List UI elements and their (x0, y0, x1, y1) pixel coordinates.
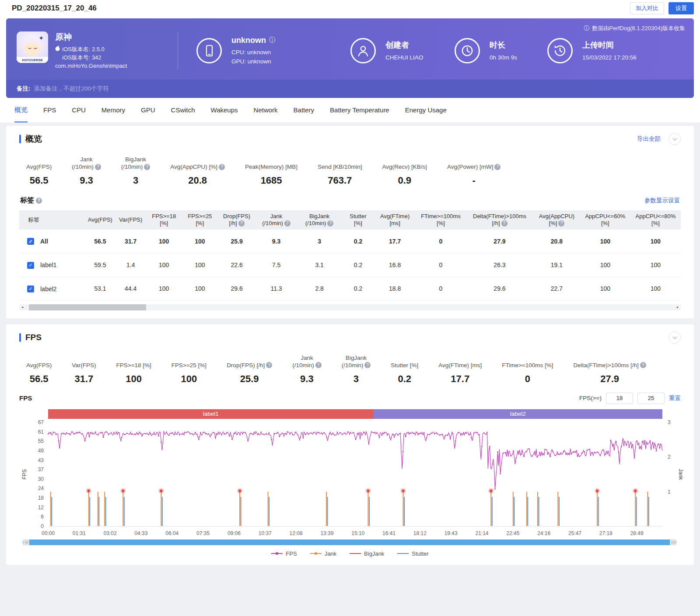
fps-metric-7: Stutter [%]0.2 (391, 352, 418, 385)
export-all-link[interactable]: 导出全部 (637, 135, 661, 143)
apple-icon (55, 45, 60, 53)
tab-Wakeups[interactable]: Wakeups (211, 98, 238, 122)
fps-metric-9: FTime>=100ms [%]0 (502, 352, 553, 385)
overview-metric-value-3: 20.8 (170, 175, 225, 186)
svg-text:3: 3 (668, 419, 671, 425)
tags-help-icon[interactable]: ? (36, 198, 42, 204)
help-icon[interactable]: ? (266, 362, 272, 368)
fps-metric-value-3: 100 (172, 373, 206, 385)
page: PD_20220315_17_20_46 加入对比 设置 ⓘ 数据由PerfDo… (0, 0, 700, 565)
scroll-thumb[interactable] (29, 304, 146, 310)
scroll-left-icon[interactable]: ◂ (19, 304, 25, 310)
param-display-settings-link[interactable]: 参数显示设置 (644, 197, 680, 205)
collapse-fps-button[interactable] (668, 331, 681, 344)
cell-All-7: 0.2 (342, 230, 374, 253)
table-row-label2: ✓label253.144.410010029.611.32.80.218.80… (19, 277, 681, 300)
help-icon[interactable]: ? (494, 164, 500, 170)
svg-text:43: 43 (38, 457, 44, 463)
band-label2: label2 (374, 409, 662, 419)
help-icon[interactable]: ? (327, 220, 333, 226)
tab-Memory[interactable]: Memory (102, 98, 125, 122)
tab-CPU[interactable]: CPU (72, 98, 86, 122)
upload-label: 上传时间 (582, 40, 637, 50)
cell-label2-6: 2.8 (297, 277, 342, 300)
col-header-9: Avg(FTime)[ms] (374, 210, 416, 230)
row-checkbox-label1[interactable]: ✓ (27, 262, 34, 269)
remark-input[interactable]: 添加备注，不超过200个字符 (34, 85, 109, 93)
tab-FPS[interactable]: FPS (43, 98, 56, 122)
range-handle-left[interactable] (23, 539, 29, 545)
help-icon[interactable]: ? (144, 164, 150, 170)
fps-metric-4: Drop(FPS) [/h]?25.9 (227, 352, 272, 385)
reset-link[interactable]: 重置 (669, 394, 681, 402)
help-icon[interactable]: ? (315, 362, 322, 368)
svg-text:28:49: 28:49 (630, 530, 644, 536)
cell-label1-9: 0 (416, 253, 466, 277)
svg-text:55: 55 (38, 438, 44, 444)
cell-All-10: 27.9 (466, 230, 533, 253)
cell-All-2: 100 (146, 230, 182, 253)
tab-CSwitch[interactable]: CSwitch (171, 98, 195, 122)
help-icon[interactable]: ? (558, 220, 564, 226)
svg-text:24: 24 (38, 485, 44, 491)
chart-range-scrollbar[interactable] (23, 539, 676, 545)
cell-label2-0: 53.1 (85, 277, 116, 300)
table-h-scrollbar[interactable]: ◂ ▸ (19, 304, 681, 310)
collect-info-text: 数据由PerfDog(6.1.220304)版本收集 (592, 24, 685, 32)
svg-text:24:16: 24:16 (537, 530, 550, 536)
svg-text:61: 61 (38, 429, 44, 435)
settings-button[interactable]: 设置 (668, 2, 694, 14)
fps-metric-2: FPS>=18 [%]100 (116, 352, 151, 385)
legend-Stutter[interactable]: Stutter (397, 550, 428, 557)
row-label: All (40, 238, 48, 245)
help-icon[interactable]: ? (95, 164, 101, 170)
overview-card: 概览 导出全部 Avg(FPS)56.5Jank(/10min)?9.3BigJ… (6, 126, 694, 318)
app-ios-build: iOS版本号: 342 (55, 53, 127, 62)
cell-label1-3: 100 (182, 253, 218, 277)
col-header-7: BigJank(/10min)? (297, 210, 342, 230)
section-accent-bar (19, 135, 21, 143)
help-icon[interactable]: ? (238, 220, 245, 226)
overview-metric-7: Avg(Power) [mW]?- (447, 154, 501, 186)
cell-label2-2: 100 (146, 277, 182, 300)
fps-threshold-min-input[interactable] (606, 393, 633, 404)
help-icon[interactable]: ? (364, 362, 371, 368)
app-ios-version-name: iOS版本名: 2.5.0 (62, 45, 105, 53)
compare-button[interactable]: 加入对比 (630, 2, 664, 14)
legend-Jank[interactable]: Jank (310, 550, 336, 557)
col-header-11: Delta(FTime)>100ms[/h]? (466, 210, 533, 230)
cell-All-11: 20.8 (533, 230, 580, 253)
legend-FPS[interactable]: FPS (271, 550, 297, 557)
svg-text:25:47: 25:47 (568, 530, 581, 536)
tab-概览[interactable]: 概览 (14, 98, 28, 122)
fps-threshold-max-input[interactable] (637, 393, 665, 404)
tab-Network[interactable]: Network (254, 98, 278, 122)
tab-Battery[interactable]: Battery (294, 98, 315, 122)
help-icon[interactable]: ? (219, 164, 225, 170)
help-icon[interactable]: ? (284, 220, 290, 226)
row-checkbox-All[interactable]: ✓ (27, 238, 34, 245)
help-icon[interactable]: ? (640, 362, 646, 368)
help-icon[interactable]: ? (501, 220, 508, 226)
cell-label1-6: 3.1 (297, 253, 342, 277)
svg-text:22:45: 22:45 (506, 530, 519, 536)
collapse-overview-button[interactable] (668, 133, 681, 145)
tab-GPU[interactable]: GPU (141, 98, 155, 122)
fps-metric-0: Avg(FPS)56.5 (26, 352, 52, 385)
cell-All-9: 0 (416, 230, 466, 253)
cell-label1-1: 1.4 (116, 253, 146, 277)
collect-info: ⓘ 数据由PerfDog(6.1.220304)版本收集 (584, 24, 685, 32)
scroll-right-icon[interactable]: ▸ (675, 304, 681, 310)
col-header-6: Jank(/10min)? (256, 210, 297, 230)
tab-Energy Usage[interactable]: Energy Usage (405, 98, 447, 122)
device-info-icon[interactable]: ⓘ (269, 36, 275, 44)
svg-text:30: 30 (38, 476, 44, 482)
legend-BigJank[interactable]: BigJank (350, 550, 384, 557)
tab-Battery Temperature[interactable]: Battery Temperature (330, 98, 389, 122)
row-checkbox-label2[interactable]: ✓ (27, 285, 34, 292)
range-handle-right[interactable] (670, 539, 676, 545)
cell-label1-0: 59.5 (85, 253, 116, 277)
fps-chart[interactable]: 6761554943373024181260FPS321Jank00:0001:… (19, 419, 681, 539)
svg-text:19:43: 19:43 (444, 530, 458, 536)
col-header-14: AppCPU<=80%[%] (630, 210, 681, 230)
